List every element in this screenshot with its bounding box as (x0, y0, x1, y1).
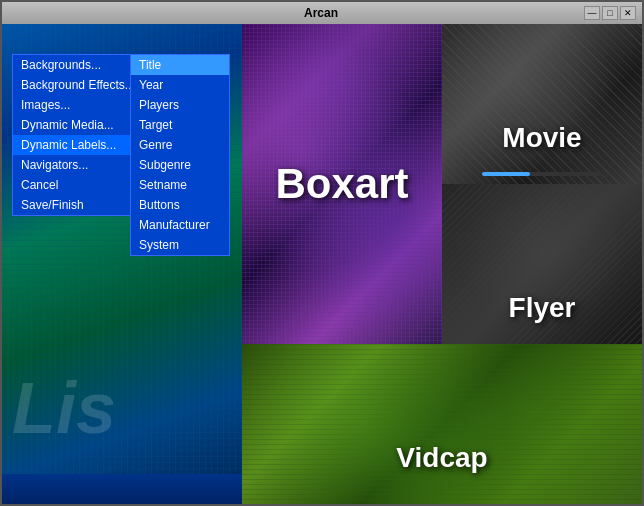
window-controls: — □ ✕ (584, 6, 636, 20)
window-title: Arcan (58, 6, 584, 20)
menu-item-backgrounds[interactable]: Backgrounds... (13, 55, 143, 75)
menu-item-background-effects[interactable]: Background Effects... (13, 75, 143, 95)
flyer-label: Flyer (509, 292, 576, 324)
list-watermark: Lis (12, 372, 116, 444)
menu-item-navigators[interactable]: Navigators... (13, 155, 143, 175)
menu-item-images[interactable]: Images... (13, 95, 143, 115)
minimize-button[interactable]: — (584, 6, 600, 20)
movie-progress-fill (482, 172, 530, 176)
submenu-item-buttons[interactable]: Buttons (131, 195, 229, 215)
submenu-item-players[interactable]: Players (131, 95, 229, 115)
menu-item-save-finish[interactable]: Save/Finish (13, 195, 143, 215)
submenu-item-title[interactable]: Title (131, 55, 229, 75)
movie-progress-track (482, 172, 602, 176)
right-panel: Boxart Movie Flyer (242, 24, 642, 504)
vidcap-label: Vidcap (396, 442, 487, 474)
boxart-cell: Boxart (242, 24, 442, 344)
flyer-cell: Flyer (442, 184, 642, 344)
vidcap-overlay (242, 344, 642, 504)
main-menu: Backgrounds... Background Effects... Ima… (12, 54, 144, 216)
menu-item-cancel[interactable]: Cancel (13, 175, 143, 195)
main-window: Arcan — □ ✕ Lis Backgrounds... Backgroun… (0, 0, 644, 506)
close-button[interactable]: ✕ (620, 6, 636, 20)
window-content: Lis Backgrounds... Background Effects...… (2, 24, 642, 504)
submenu-item-genre[interactable]: Genre (131, 135, 229, 155)
bottom-strip (2, 474, 242, 504)
title-bar: Arcan — □ ✕ (2, 2, 642, 24)
submenu-item-setname[interactable]: Setname (131, 175, 229, 195)
submenu-item-target[interactable]: Target (131, 115, 229, 135)
vidcap-cell: Vidcap (242, 344, 642, 504)
boxart-label: Boxart (275, 160, 408, 208)
submenu-item-manufacturer[interactable]: Manufacturer (131, 215, 229, 235)
movie-overlay (442, 24, 642, 184)
maximize-button[interactable]: □ (602, 6, 618, 20)
sub-menu: Title Year Players Target Genre Subgenre… (130, 54, 230, 256)
movie-progress-container (482, 172, 602, 176)
movie-label: Movie (502, 122, 581, 154)
menu-item-dynamic-media[interactable]: Dynamic Media... (13, 115, 143, 135)
submenu-item-year[interactable]: Year (131, 75, 229, 95)
submenu-item-system[interactable]: System (131, 235, 229, 255)
left-panel: Lis Backgrounds... Background Effects...… (2, 24, 242, 504)
submenu-item-subgenre[interactable]: Subgenre (131, 155, 229, 175)
menu-item-dynamic-labels[interactable]: Dynamic Labels... (13, 135, 143, 155)
movie-cell: Movie (442, 24, 642, 184)
